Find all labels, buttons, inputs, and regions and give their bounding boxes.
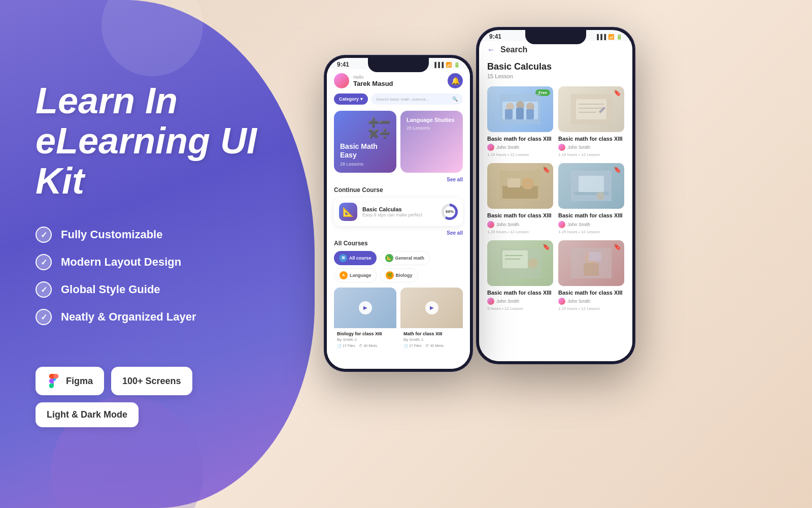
search-icon: 🔍	[452, 97, 458, 102]
figma-badge[interactable]: Figma	[36, 367, 104, 395]
left-panel: Learn In eLearning UI Kit ✓ Fully Custom…	[0, 0, 304, 508]
featured-card-lessons-1: 28 Lessons	[340, 162, 390, 167]
feature-item-2: ✓ Modern Layout Design	[36, 254, 269, 270]
course-meta-1: 1.15 hours • 12 Lesson	[487, 152, 553, 157]
check-icon-3: ✓	[36, 281, 52, 298]
all-courses-title: All Courses	[334, 240, 463, 247]
course-img-5: 🔖	[487, 240, 553, 286]
search-bar: Category ▾ Search basic math, science...…	[334, 93, 463, 105]
course-title-2: Basic math for class XIII	[558, 135, 624, 142]
phone2-mockup: 9:41 ▐▐▐ 📶 🔋 ← Search Basic Calculas 15 …	[477, 28, 634, 363]
course-img-2: 🔖	[558, 86, 624, 132]
continue-course-name: Basic Calculas	[362, 206, 436, 212]
lesson-count: 15 Lesson	[487, 73, 624, 79]
search-field[interactable]: Search basic math, science... 🔍	[371, 93, 463, 105]
see-all-link-2[interactable]: See all	[447, 230, 463, 236]
course-title-4: Basic math for class XIII	[558, 212, 624, 219]
check-icon-2: ✓	[36, 254, 52, 270]
course-item-1[interactable]: Free	[487, 86, 553, 157]
phone2-notch	[525, 30, 586, 44]
continue-course-card[interactable]: 📐 Basic Calculas Easy 6 stps can make pe…	[334, 198, 463, 226]
feature-item-4: ✓ Neatly & Organized Layer	[36, 309, 269, 325]
featured-card-title-2: Language Studies	[407, 117, 457, 123]
svg-rect-14	[502, 186, 538, 199]
author-avatar-1	[487, 144, 494, 151]
svg-rect-7	[526, 109, 534, 119]
check-icon-1: ✓	[36, 227, 52, 243]
chevron-down-icon: ▾	[360, 97, 363, 102]
file-icon-1: 📄 17 Files	[337, 344, 355, 348]
course-item-4[interactable]: 🔖 Basic math f	[558, 163, 624, 234]
badges-container: Figma 100+ Screens Light & Dark Mode	[36, 367, 269, 427]
course-thumb-info-2: Math for class XIII By Smith J. 📄 17 Fil…	[400, 328, 463, 351]
course-author-4: John Smith	[558, 221, 624, 228]
phone2-time: 9:41	[489, 33, 501, 40]
courses-filter: ⊞ All course 📐 General math A Language 🌿…	[334, 251, 463, 282]
svg-rect-18	[579, 176, 604, 192]
mode-badge[interactable]: Light & Dark Mode	[36, 402, 139, 427]
author-avatar-2	[558, 144, 565, 151]
svg-rect-5	[505, 109, 513, 119]
notification-bell[interactable]: 🔔	[448, 73, 463, 88]
search-heading: Basic Calculas	[487, 61, 624, 72]
desk-scene	[487, 163, 553, 209]
continue-course-info: Basic Calculas Easy 6 stps can make perf…	[362, 206, 436, 217]
course-meta-2: 1.15 hours • 12 Lesson	[558, 152, 624, 157]
course-thumb-2[interactable]: ▶ Math for class XIII By Smith J. 📄 17 F…	[400, 288, 463, 351]
user-avatar	[334, 73, 349, 88]
course-row-3: 🔖	[487, 240, 624, 311]
course-item-2[interactable]: 🔖	[558, 86, 624, 157]
course-author-5: John Smith	[487, 298, 553, 305]
play-button-1[interactable]: ▶	[359, 301, 372, 314]
course-item-3[interactable]: 🔖 Basic math f	[487, 163, 553, 234]
course-meta-3: 1.15 hours • 12 Lesson	[487, 230, 553, 234]
features-list: ✓ Fully Customizable ✓ Modern Layout Des…	[36, 227, 269, 336]
back-button[interactable]: ←	[487, 45, 495, 54]
category-button[interactable]: Category ▾	[334, 93, 368, 105]
course-title-6: Basic math for class XIII	[558, 289, 624, 296]
biology-filter-icon: 🌿	[386, 271, 394, 279]
filter-general-math[interactable]: 📐 General math	[380, 251, 430, 265]
see-all-link-1[interactable]: See all	[447, 177, 463, 182]
duration-icon-2: ⏱ 40 Mints	[425, 344, 443, 348]
board-scene	[487, 240, 553, 286]
course-thumb-info-1: Biology for class XIII By Smith J. 📄 17 …	[334, 328, 396, 351]
featured-card-math[interactable]: ➕➖✖️➗ Basic Math Easy 28 Lessons	[334, 111, 396, 173]
course-thumb-img-2: ▶	[400, 288, 463, 328]
course-item-6[interactable]: 🔖 Basic math f	[558, 240, 624, 311]
writing-scene	[558, 86, 624, 132]
battery-icon: 🔋	[454, 62, 460, 68]
progress-text: 60%	[446, 209, 454, 214]
phone2-screen: 9:41 ▐▐▐ 📶 🔋 ← Search Basic Calculas 15 …	[479, 30, 632, 361]
author-avatar-3	[487, 221, 494, 228]
featured-card-language[interactable]: Language Studies 28 Lessons	[400, 111, 463, 173]
course-grid: ▶ Biology for class XIII By Smith J. 📄 1…	[334, 288, 463, 351]
course-author-6: John Smith	[558, 298, 624, 305]
phone1-content: Hello Tarek Masud 🔔 Category ▾ Search ba…	[327, 69, 470, 369]
see-all-row-1: See all	[334, 177, 463, 182]
greeting-text: Hello	[353, 75, 393, 80]
classroom-scene	[487, 86, 553, 132]
course-title-5: Basic math for class XIII	[487, 289, 553, 296]
course-item-5[interactable]: 🔖	[487, 240, 553, 311]
check-icon-4: ✓	[36, 309, 52, 325]
figma-logo-icon	[47, 374, 61, 388]
phone2-status-icons: ▐▐▐ 📶 🔋	[595, 34, 622, 40]
user-text: Hello Tarek Masud	[353, 75, 393, 87]
filter-biology[interactable]: 🌿 Biology	[380, 268, 418, 282]
phone1-status-icons: ▐▐▐ 📶 🔋	[433, 62, 460, 68]
featured-card-title-1: Basic Math Easy	[340, 142, 390, 160]
author-avatar-4	[558, 221, 565, 228]
play-button-2[interactable]: ▶	[425, 301, 438, 314]
wifi-icon-2: 📶	[608, 34, 614, 40]
screens-badge[interactable]: 100+ Screens	[111, 367, 192, 395]
course-thumb-1[interactable]: ▶ Biology for class XIII By Smith J. 📄 1…	[334, 288, 396, 351]
svg-point-16	[522, 177, 534, 189]
svg-rect-6	[516, 108, 524, 119]
course-meta-4: 1.15 hours • 12 Lesson	[558, 230, 624, 234]
svg-point-20	[596, 192, 604, 200]
filter-all-courses[interactable]: ⊞ All course	[334, 251, 377, 265]
signal-icon-2: ▐▐▐	[595, 34, 606, 40]
filter-language[interactable]: A Language	[334, 268, 377, 282]
desk-svg	[500, 171, 540, 201]
